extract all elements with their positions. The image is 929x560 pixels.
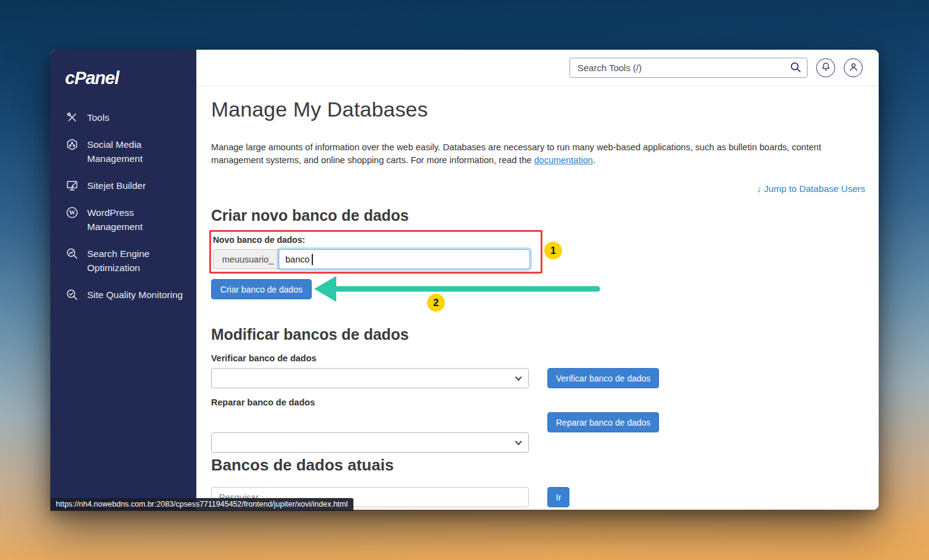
jump-to-database-users-link[interactable]: ↓ Jump to Database Users: [757, 183, 865, 194]
sidebar-item-label: Search Engine Optimization: [87, 247, 188, 275]
social-media-icon: [65, 137, 79, 152]
search-icon[interactable]: [789, 61, 803, 74]
current-databases-heading: Bancos de dados atuais: [211, 456, 394, 475]
sidebar-item-label: Social Media Management: [87, 137, 188, 166]
annotation-arrow: [313, 275, 601, 302]
seo-icon: [65, 247, 79, 261]
tools-icon: [65, 110, 79, 125]
svg-text:W: W: [69, 209, 75, 216]
cpanel-logo: cPanel: [65, 68, 196, 88]
sidebar-item-label: WordPress Management: [87, 205, 188, 234]
repair-database-select[interactable]: [211, 432, 529, 453]
modify-databases-heading: Modificar bancos de dados: [211, 326, 409, 343]
wordpress-icon: W: [65, 205, 79, 220]
sidebar-item-label: Tools: [87, 110, 109, 125]
sidebar-item-site-quality[interactable]: Site Quality Monitoring: [50, 288, 196, 302]
check-database-button[interactable]: Verificar banco de dados: [547, 368, 659, 388]
jump-link-label: Jump to Database Users: [764, 183, 865, 194]
database-name-wrap: [279, 249, 530, 269]
repair-database-button[interactable]: Reparar banco de dados: [547, 412, 659, 432]
annotation-badge-2: 2: [427, 294, 445, 312]
sidebar-item-seo[interactable]: Search Engine Optimization: [50, 247, 196, 275]
top-bar: [196, 50, 879, 86]
new-database-input-group: meuusuario_: [213, 249, 541, 269]
main-area: Manage My Databases Manage large amounts…: [196, 50, 879, 510]
text-caret: [312, 254, 313, 265]
description-text: Manage large amounts of information over…: [211, 142, 821, 165]
search-input[interactable]: [569, 58, 808, 78]
sitejet-builder-icon: [65, 178, 79, 193]
bell-icon: [820, 61, 832, 75]
tool-search: [569, 58, 808, 78]
annotation-red-box: Novo banco de dados: meuusuario_: [209, 230, 542, 274]
repair-database-select-wrap: [211, 432, 529, 453]
page-description: Manage large amounts of information over…: [211, 141, 830, 166]
browser-status-url: https://nh4.nowebdns.com.br:2083/cpsess7…: [50, 498, 353, 511]
documentation-link[interactable]: documentation: [534, 155, 593, 165]
browser-window: cPanel Tools Social Media: [50, 50, 879, 510]
create-database-heading: Criar novo banco de dados: [211, 207, 409, 224]
sidebar-nav: Tools Social Media Management: [50, 110, 196, 302]
sidebar: cPanel Tools Social Media: [50, 50, 196, 510]
check-database-label: Verificar banco de dados: [211, 353, 317, 363]
go-button[interactable]: Ir: [547, 487, 569, 507]
database-name-input[interactable]: [279, 249, 530, 269]
page-content: Manage My Databases Manage large amounts…: [196, 86, 879, 510]
notifications-button[interactable]: [816, 58, 835, 77]
page-title: Manage My Databases: [211, 98, 428, 121]
sidebar-item-label: Site Quality Monitoring: [87, 288, 183, 302]
check-database-select[interactable]: [211, 368, 529, 388]
sidebar-item-tools[interactable]: Tools: [50, 110, 196, 125]
check-database-select-wrap: [211, 368, 529, 388]
sidebar-item-social-media[interactable]: Social Media Management: [50, 137, 196, 166]
site-quality-icon: [65, 288, 79, 302]
account-button[interactable]: [844, 58, 863, 77]
sidebar-item-label: Sitejet Builder: [87, 178, 146, 193]
create-database-button[interactable]: Criar banco de dados: [211, 279, 312, 299]
description-period: .: [593, 155, 595, 165]
sidebar-item-sitejet[interactable]: Sitejet Builder: [50, 178, 196, 193]
user-icon: [847, 61, 860, 75]
repair-database-label: Reparar banco de dados: [211, 397, 315, 407]
down-arrow-icon: ↓: [757, 183, 761, 194]
new-database-label: Novo banco de dados:: [213, 235, 541, 245]
sidebar-item-wordpress[interactable]: W WordPress Management: [50, 205, 196, 234]
annotation-badge-1: 1: [544, 242, 562, 259]
database-prefix: meuusuario_: [213, 249, 279, 269]
